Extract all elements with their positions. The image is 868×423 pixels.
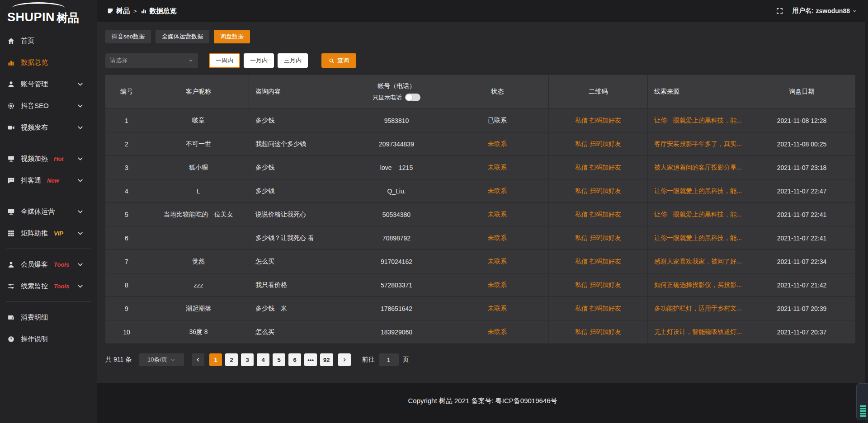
cell-source[interactable]: 让你一眼就爱上的黑科技，能... <box>648 179 748 202</box>
cell-qr[interactable]: 私信 扫码加好友 <box>549 132 648 155</box>
sidebar-item-matrix-boost[interactable]: 矩阵助推VIP <box>0 222 97 244</box>
range-one-week[interactable]: 一周内 <box>209 53 240 68</box>
cell-source[interactable]: 被大家追着问的客厅投影分享... <box>648 156 748 179</box>
cell-qr[interactable]: 私信 扫码加好友 <box>549 179 648 202</box>
sidebar-item-label: 矩阵助推 <box>21 229 48 238</box>
search-icon <box>329 58 335 64</box>
account-select[interactable]: 请选择 <box>105 53 198 68</box>
help-icon: ? <box>7 335 15 343</box>
cell-nickname: 狐小狸 <box>148 156 249 179</box>
sidebar-item-label: 账号管理 <box>21 80 48 89</box>
page-button-2[interactable]: 2 <box>225 353 238 366</box>
phone-only-toggle[interactable] <box>405 94 420 101</box>
cell-qr[interactable]: 私信 扫码加好友 <box>549 250 648 273</box>
cell-nickname: 不可一世 <box>148 132 249 155</box>
phone-only-toggle-row: 只显示电话 <box>373 94 420 102</box>
sidebar-item-douyin-seo[interactable]: 抖音SEO <box>0 95 97 117</box>
sidebar-item-account-management[interactable]: 账号管理 <box>0 73 97 95</box>
cell-source[interactable]: 客厅安装投影半年多了，真实... <box>648 132 748 155</box>
fullscreen-icon[interactable] <box>776 7 783 15</box>
floating-widget[interactable] <box>856 383 868 420</box>
cell-qr[interactable]: 私信 扫码加好友 <box>549 156 648 179</box>
cell-source[interactable]: 感谢大家喜欢我家，被问了好... <box>648 250 748 273</box>
cell-source[interactable]: 多功能护栏灯，适用于乡村文... <box>648 297 748 320</box>
chevron-down-icon <box>76 208 84 216</box>
sidebar-item-member-promo[interactable]: 会员爆客Tools <box>0 254 97 275</box>
page-button-92[interactable]: 92 <box>320 353 333 366</box>
breadcrumb-current-label: 数据总览 <box>150 7 177 15</box>
data-tabs: 抖音seo数据全媒体运营数据询盘数据 <box>105 30 855 43</box>
page-button-5[interactable]: 5 <box>273 353 285 366</box>
cell-qr[interactable]: 私信 扫码加好友 <box>549 203 648 226</box>
col-header-label: 编号 <box>120 88 133 96</box>
screen-icon <box>7 155 15 163</box>
cell-id: 2 <box>105 132 148 155</box>
table-row: 6多少钱？让我死心 看70898792未联系私信 扫码加好友让你一眼就爱上的黑科… <box>105 226 855 249</box>
sidebar-item-video-heating[interactable]: 视频加热Hot <box>0 148 97 169</box>
user-menu[interactable]: 用户名: zswodun88 <box>793 7 857 15</box>
svg-text:?: ? <box>10 337 12 341</box>
sidebar-item-badge: Hot <box>54 155 64 162</box>
prev-page-button[interactable] <box>192 353 204 366</box>
cell-qr[interactable]: 私信 扫码加好友 <box>549 226 648 249</box>
username: zswodun88 <box>816 7 850 14</box>
chevron-down-icon <box>76 155 84 163</box>
sidebar-item-badge: VIP <box>54 230 63 237</box>
chevron-down-icon <box>76 124 84 132</box>
cell-source[interactable]: 让你一眼就爱上的黑科技，能... <box>648 109 748 132</box>
range-one-month[interactable]: 一月内 <box>244 53 274 68</box>
pagination: 共 911 条 10条/页 123456•••92 前往 页 <box>105 353 855 366</box>
cell-id: 10 <box>105 320 148 343</box>
page-button-1[interactable]: 1 <box>209 353 222 366</box>
phone-toggle-label: 只显示电话 <box>373 94 402 102</box>
sidebar-item-video-publish[interactable]: 视频发布 <box>0 117 97 138</box>
chevron-down-icon <box>76 230 84 237</box>
breadcrumb-item-current[interactable]: 数据总览 <box>141 7 177 15</box>
cell-qr[interactable]: 私信 扫码加好友 <box>549 297 648 320</box>
cell-source[interactable]: 让你一眼就爱上的黑科技，能... <box>648 203 748 226</box>
scrollbar-track[interactable] <box>865 0 868 423</box>
sidebar-item-label: 抖客通 <box>21 176 41 185</box>
cell-content: 说说价格让我死心 <box>249 203 347 226</box>
range-three-months[interactable]: 三月内 <box>278 53 308 68</box>
sidebar-item-operation-guide[interactable]: ?操作说明 <box>0 328 97 350</box>
page-button-3[interactable]: 3 <box>241 353 254 366</box>
page-button-4[interactable]: 4 <box>257 353 269 366</box>
cell-source[interactable]: 让你一眼就爱上的黑科技，能... <box>648 226 748 249</box>
sidebar-item-label: 抖音SEO <box>21 102 49 110</box>
cell-qr[interactable]: 私信 扫码加好友 <box>549 273 648 296</box>
cell-date: 2021-11-07 22:47 <box>748 179 855 202</box>
page-button-6[interactable]: 6 <box>288 353 301 366</box>
logo-text-cn: 树品 <box>57 12 79 24</box>
sidebar-item-omnimedia-operation[interactable]: 全媒体运营 <box>0 201 97 222</box>
tab-douyin-seo-data[interactable]: 抖音seo数据 <box>105 30 151 43</box>
query-button[interactable]: 查询 <box>321 53 356 68</box>
bar-chart-icon <box>141 8 147 14</box>
sidebar-item-consumption-detail[interactable]: 消费明细 <box>0 306 97 328</box>
col-header-label: 询盘日期 <box>789 88 815 96</box>
sidebar-item-doukertong[interactable]: 抖客通New <box>0 169 97 191</box>
col-header-source: 线索来源 <box>648 75 748 108</box>
cell-source[interactable]: 无主灯设计，智能磁吸轨道灯... <box>648 320 748 343</box>
chevron-down-icon <box>76 261 84 268</box>
tab-omnimedia-data[interactable]: 全媒体运营数据 <box>156 30 209 43</box>
cell-qr[interactable]: 私信 扫码加好友 <box>549 109 648 132</box>
table-row: 3狐小狸多少钱love__1215未联系私信 扫码加好友被大家追着问的客厅投影分… <box>105 155 855 179</box>
next-page-button[interactable] <box>338 353 351 366</box>
sidebar-item-lead-monitor[interactable]: 线索监控Tools <box>0 275 97 297</box>
sidebar-item-data-overview[interactable]: 数据总览 <box>0 52 97 73</box>
logo-arc <box>12 2 65 8</box>
page-ellipsis[interactable]: ••• <box>304 353 317 366</box>
cell-account: 50534380 <box>347 203 446 226</box>
cell-qr[interactable]: 私信 扫码加好友 <box>549 320 648 343</box>
tab-inquiry-data[interactable]: 询盘数据 <box>214 30 250 43</box>
table-row: 8zzz我只看价格572803371未联系私信 扫码加好友如何正确选择投影仪，买… <box>105 273 855 296</box>
cell-status: 未联系 <box>446 297 549 320</box>
breadcrumb-separator: > <box>133 8 137 14</box>
sidebar-item-home[interactable]: 首页 <box>0 30 97 52</box>
breadcrumb-item-root[interactable]: 树品 <box>107 7 130 15</box>
cell-source[interactable]: 如何正确选择投影仪，买投影... <box>648 273 748 296</box>
goto-page-input[interactable] <box>379 353 399 366</box>
chevron-down-icon <box>76 282 84 290</box>
page-size-select[interactable]: 10条/页 <box>139 353 184 366</box>
